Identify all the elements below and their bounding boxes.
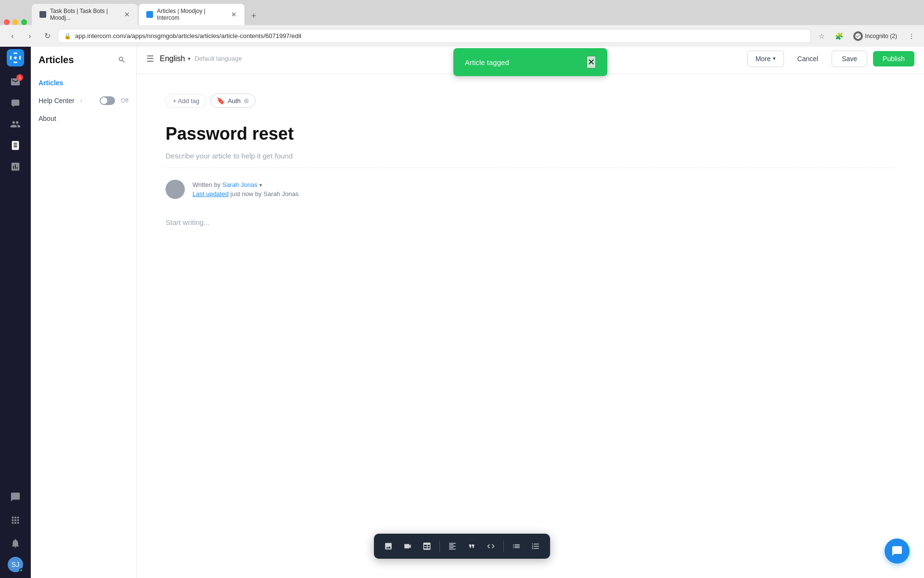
language-selector[interactable]: English ▾ — [160, 54, 191, 63]
language-chevron-icon: ▾ — [188, 55, 191, 62]
menu-icon[interactable]: ☰ — [146, 53, 154, 64]
toolbar-table-button[interactable] — [418, 538, 436, 555]
save-button-label: Save — [842, 55, 857, 63]
user-avatar[interactable]: SJ — [8, 557, 23, 572]
toolbar-video-button[interactable] — [399, 538, 416, 555]
tab-favicon-2 — [146, 11, 153, 18]
tab-close-2[interactable]: ✕ — [231, 11, 237, 18]
toolbar-separator-2 — [503, 540, 504, 552]
editor-toolbar — [374, 534, 550, 559]
incognito-button[interactable]: Incognito (2) — [849, 29, 901, 43]
sidebar-item-apps[interactable] — [6, 511, 25, 530]
nav-item-help-center[interactable]: Help Center › Off — [31, 92, 136, 110]
add-tag-button[interactable]: + Add tag — [166, 94, 206, 108]
article-tagged-toast: Article tagged ✕ — [453, 48, 607, 76]
article-area: + Add tag 🔖 Auth ⊗ Password reset Descri… — [137, 74, 924, 578]
url-text: app.intercom.com/a/apps/nnsgmgob/article… — [75, 32, 301, 39]
cancel-button[interactable]: Cancel — [790, 51, 826, 66]
author-name-link[interactable]: Sarah Jonas — [222, 181, 257, 188]
writing-placeholder: Start writing... — [166, 218, 210, 226]
traffic-light-green[interactable] — [21, 19, 27, 25]
sidebar-item-chat[interactable] — [6, 487, 25, 507]
author-name-chevron-icon: ▾ — [259, 182, 262, 188]
tags-bar: + Add tag 🔖 Auth ⊗ — [166, 93, 895, 108]
last-updated-time: just now by — [231, 190, 264, 197]
nav-item-articles-label: Articles — [38, 79, 63, 87]
last-updated-by-name: Sarah Jonas — [263, 190, 298, 197]
tag-bookmark-icon: 🔖 — [217, 97, 225, 105]
toolbar-code-button[interactable] — [482, 538, 500, 555]
browser-tab-bar: Task Bots | Task Bots | Moodj... ✕ Artic… — [0, 0, 924, 25]
author-written-by: Written by Sarah Jonas ▾ — [192, 181, 298, 188]
bookmark-button[interactable]: ☆ — [815, 29, 828, 43]
header-bar: ☰ English ▾ Default language Article tag… — [137, 43, 924, 74]
toast-close-button[interactable]: ✕ — [587, 56, 596, 68]
sidebar-item-articles[interactable] — [6, 136, 25, 155]
writing-area[interactable]: Start writing... — [166, 218, 895, 226]
save-button[interactable]: Save — [832, 51, 867, 67]
traffic-lights — [4, 19, 27, 25]
tag-remove-icon[interactable]: ⊗ — [244, 97, 249, 105]
back-button[interactable]: ‹ — [6, 29, 19, 43]
sidebar-item-reports[interactable] — [6, 157, 25, 176]
author-last-updated: Last updated just now by Sarah Jonas — [192, 190, 298, 197]
nav-item-articles[interactable]: Articles — [31, 74, 136, 92]
rail-bottom: SJ — [6, 487, 25, 572]
forward-button[interactable]: › — [23, 29, 37, 43]
tab-close-1[interactable]: ✕ — [124, 11, 130, 18]
help-center-toggle[interactable] — [100, 96, 115, 105]
toggle-label: Off — [121, 97, 128, 104]
last-updated-link[interactable]: Last updated — [192, 190, 229, 197]
toolbar-list-button[interactable] — [508, 538, 525, 555]
left-nav-title: Articles — [38, 54, 74, 66]
traffic-light-red[interactable] — [4, 19, 10, 25]
sidebar-item-messages[interactable] — [6, 93, 25, 113]
nav-item-help-center-label: Help Center — [38, 97, 75, 105]
tab-label-1: Task Bots | Task Bots | Moodj... — [50, 8, 120, 21]
toolbar-image-button[interactable] — [380, 538, 397, 555]
more-button-label: More — [756, 55, 771, 63]
browser-tab-2[interactable]: Articles | Moodjoy | Intercom ✕ — [139, 4, 244, 25]
extension-button[interactable]: 🧩 — [832, 29, 846, 43]
app-logo[interactable] — [7, 49, 24, 66]
chat-bubble-button[interactable] — [885, 539, 910, 564]
reload-button[interactable]: ↻ — [40, 29, 54, 43]
toolbar-quote-button[interactable] — [463, 538, 480, 555]
author-section: Written by Sarah Jonas ▾ Last updated ju… — [166, 180, 895, 199]
incognito-icon — [853, 31, 863, 41]
article-title[interactable]: Password reset — [166, 123, 895, 144]
toggle-off-state — [100, 96, 115, 105]
sidebar-item-contacts[interactable] — [6, 115, 25, 134]
publish-button[interactable]: Publish — [873, 51, 914, 66]
inbox-badge: 1 — [16, 74, 23, 81]
tag-auth[interactable]: 🔖 Auth ⊗ — [210, 93, 256, 108]
toast-container: Article tagged ✕ — [453, 48, 607, 76]
author-info: Written by Sarah Jonas ▾ Last updated ju… — [192, 181, 298, 197]
sidebar-item-notifications[interactable] — [6, 534, 25, 553]
more-button[interactable]: More ▾ — [747, 51, 784, 67]
toolbar-numbered-list-button[interactable] — [527, 538, 544, 555]
more-chevron-icon: ▾ — [773, 55, 776, 62]
browser-chrome: Task Bots | Task Bots | Moodj... ✕ Artic… — [0, 0, 924, 47]
menu-button[interactable]: ⋮ — [905, 29, 918, 43]
language-label: English — [160, 54, 185, 63]
header-actions: More ▾ Cancel Save Publish — [747, 51, 914, 67]
browser-tab-1[interactable]: Task Bots | Task Bots | Moodj... ✕ — [32, 4, 138, 25]
author-avatar — [166, 180, 185, 199]
tag-auth-label: Auth — [228, 97, 241, 105]
app-wrapper: 1 SJ — [0, 43, 924, 578]
tab-label-2: Articles | Moodjoy | Intercom — [157, 8, 227, 21]
search-button[interactable] — [115, 53, 128, 66]
sidebar-item-inbox[interactable]: 1 — [6, 72, 25, 92]
ssl-lock-icon: 🔒 — [64, 33, 71, 39]
traffic-light-yellow[interactable] — [13, 19, 18, 25]
nav-item-about[interactable]: About — [31, 110, 136, 127]
written-by-prefix: Written by — [192, 181, 220, 188]
article-description[interactable]: Describe your article to help it get fou… — [166, 152, 895, 168]
address-bar[interactable]: 🔒 app.intercom.com/a/apps/nnsgmgob/artic… — [58, 29, 811, 43]
toast-message: Article tagged — [465, 58, 509, 66]
new-tab-button[interactable]: + — [245, 7, 262, 25]
help-center-arrow-icon: › — [80, 97, 82, 104]
toolbar-align-button[interactable] — [444, 538, 461, 555]
icon-rail: 1 SJ — [0, 43, 31, 578]
